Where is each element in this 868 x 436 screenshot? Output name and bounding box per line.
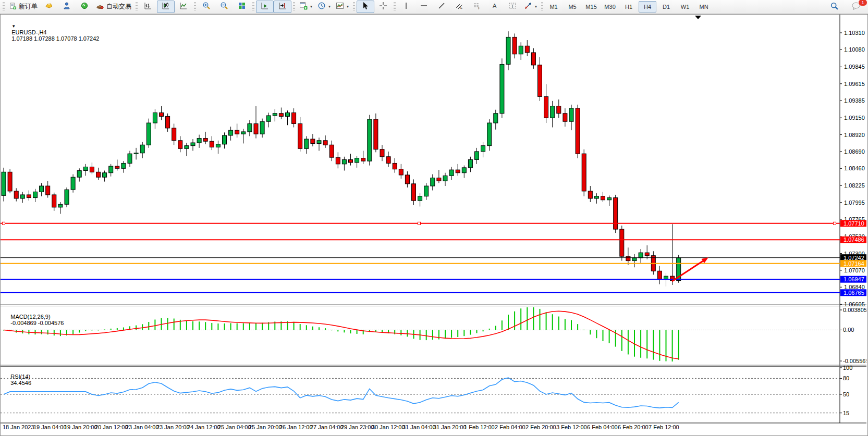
chart-canvas[interactable]: 1.103101.100801.098451.096151.093851.091… bbox=[1, 15, 866, 434]
horizontal-line-button[interactable] bbox=[415, 1, 433, 13]
price-tag: 1.07710 bbox=[840, 220, 866, 227]
timeframe-button-M30[interactable]: M30 bbox=[601, 1, 619, 13]
svg-text:6 Feb 20:00: 6 Feb 20:00 bbox=[618, 424, 649, 430]
text-button[interactable]: A bbox=[486, 1, 504, 13]
candle bbox=[329, 145, 334, 157]
candle bbox=[8, 172, 12, 191]
candle bbox=[235, 130, 239, 134]
candle bbox=[468, 159, 472, 167]
svg-text:1.09385: 1.09385 bbox=[844, 97, 865, 104]
candle bbox=[393, 163, 397, 169]
timeframe-button-D1[interactable]: D1 bbox=[657, 1, 675, 13]
chat-button[interactable]: 1 bbox=[847, 1, 865, 13]
equidistant-channel-button[interactable]: E bbox=[450, 1, 468, 13]
svg-text:1 Feb 12:00: 1 Feb 12:00 bbox=[464, 424, 495, 430]
new-order-button[interactable]: 新订单 bbox=[6, 1, 40, 13]
cursor-icon bbox=[361, 2, 370, 11]
candle bbox=[216, 144, 220, 147]
periods-button[interactable]: ▾ bbox=[315, 1, 333, 13]
candlestick-chart-button[interactable] bbox=[157, 1, 175, 13]
candle bbox=[292, 113, 296, 123]
candle bbox=[626, 256, 630, 260]
crosshair-icon bbox=[379, 2, 387, 11]
svg-text:23 Jan 20:00: 23 Jan 20:00 bbox=[156, 424, 190, 430]
signals-button[interactable] bbox=[76, 1, 93, 13]
vertical-line-button[interactable] bbox=[397, 1, 415, 13]
profile-button[interactable] bbox=[58, 1, 76, 13]
candle bbox=[538, 65, 542, 97]
svg-text:31 Jan 04:00: 31 Jan 04:00 bbox=[402, 424, 436, 430]
toolbar-grip bbox=[252, 2, 254, 11]
search-button[interactable] bbox=[825, 1, 843, 13]
zoom-out-button[interactable] bbox=[215, 1, 233, 13]
indicators-button[interactable]: ▾ bbox=[333, 1, 351, 13]
toolbar-grip bbox=[541, 2, 543, 11]
candle bbox=[115, 166, 119, 168]
timeframe-button-MN[interactable]: MN bbox=[695, 1, 713, 13]
timeframe-toolbar: M1M5M15M30H1H4D1W1MN bbox=[545, 1, 713, 13]
price-tag: 1.07486 bbox=[840, 236, 866, 243]
toolbar-grip bbox=[293, 2, 295, 11]
line-chart-icon bbox=[179, 2, 188, 11]
svg-text:50: 50 bbox=[843, 391, 849, 397]
timeframe-button-M5[interactable]: M5 bbox=[564, 1, 581, 13]
candle bbox=[248, 123, 252, 131]
text-label-button[interactable]: T bbox=[504, 1, 521, 13]
bar-chart-button[interactable] bbox=[139, 1, 157, 13]
candle bbox=[65, 190, 69, 204]
candle bbox=[380, 150, 384, 157]
candle bbox=[128, 154, 132, 163]
svg-text:1.08460: 1.08460 bbox=[844, 165, 865, 171]
svg-text:1.07070: 1.07070 bbox=[844, 267, 865, 273]
timeframe-button-H1[interactable]: H1 bbox=[620, 1, 638, 13]
candle bbox=[103, 173, 107, 177]
cursor-button[interactable] bbox=[357, 1, 374, 13]
candle bbox=[2, 172, 6, 195]
timeframe-button-H4[interactable]: H4 bbox=[639, 1, 656, 13]
candle bbox=[551, 106, 555, 118]
price-tag: 1.07164 bbox=[840, 260, 866, 267]
bar-chart-icon bbox=[144, 2, 152, 11]
svg-text:1.10080: 1.10080 bbox=[844, 46, 865, 53]
auto-scroll-button[interactable] bbox=[256, 1, 274, 13]
svg-text:19 Jan 04:00: 19 Jan 04:00 bbox=[33, 424, 67, 430]
candle bbox=[569, 108, 573, 121]
tile-windows-button[interactable] bbox=[233, 1, 251, 13]
candle bbox=[286, 113, 290, 116]
svg-text:18 Jan 2023: 18 Jan 2023 bbox=[3, 424, 34, 430]
svg-text:-0.005569: -0.005569 bbox=[843, 358, 866, 364]
fibonacci-button[interactable]: F bbox=[468, 1, 486, 13]
candle bbox=[197, 139, 201, 143]
svg-text:E: E bbox=[460, 6, 462, 9]
candle bbox=[418, 196, 422, 201]
svg-text:A: A bbox=[493, 3, 497, 9]
timeframe-button-W1[interactable]: W1 bbox=[676, 1, 694, 13]
candle bbox=[336, 157, 340, 164]
candle bbox=[27, 195, 31, 198]
arrows-objects-button[interactable]: ▾ bbox=[521, 1, 540, 13]
time-axis[interactable]: 18 Jan 202319 Jan 04:0019 Jan 20:0020 Ja… bbox=[3, 424, 679, 430]
candle bbox=[134, 153, 138, 154]
new-chart-button[interactable]: ▾ bbox=[297, 1, 315, 13]
toolbar-grip bbox=[136, 2, 138, 11]
line-chart-button[interactable] bbox=[175, 1, 192, 13]
svg-text:25 Jan 20:00: 25 Jan 20:00 bbox=[249, 424, 282, 430]
timeframe-button-M1[interactable]: M1 bbox=[545, 1, 563, 13]
trendline-button[interactable] bbox=[433, 1, 450, 13]
crosshair-button[interactable] bbox=[374, 1, 392, 13]
new-chart-icon bbox=[299, 2, 308, 11]
zoom-in-button[interactable] bbox=[198, 1, 215, 13]
svg-text:1.07995: 1.07995 bbox=[844, 200, 865, 206]
market-watch-button[interactable] bbox=[40, 1, 58, 13]
chart-shift-button[interactable] bbox=[274, 1, 291, 13]
svg-text:F: F bbox=[478, 6, 480, 10]
text-label-icon: T bbox=[508, 2, 517, 11]
fibonacci-icon: F bbox=[473, 2, 481, 11]
timeframe-button-M15[interactable]: M15 bbox=[582, 1, 600, 13]
chevron-down-icon: ▾ bbox=[535, 4, 537, 9]
svg-text:1.08225: 1.08225 bbox=[844, 182, 865, 189]
candle bbox=[273, 114, 277, 116]
autotrading-button[interactable]: 自动交易 bbox=[93, 1, 134, 13]
chart-window[interactable]: 1.103101.100801.098451.096151.093851.091… bbox=[0, 14, 868, 436]
svg-text:2 Feb 04:00: 2 Feb 04:00 bbox=[495, 424, 525, 430]
